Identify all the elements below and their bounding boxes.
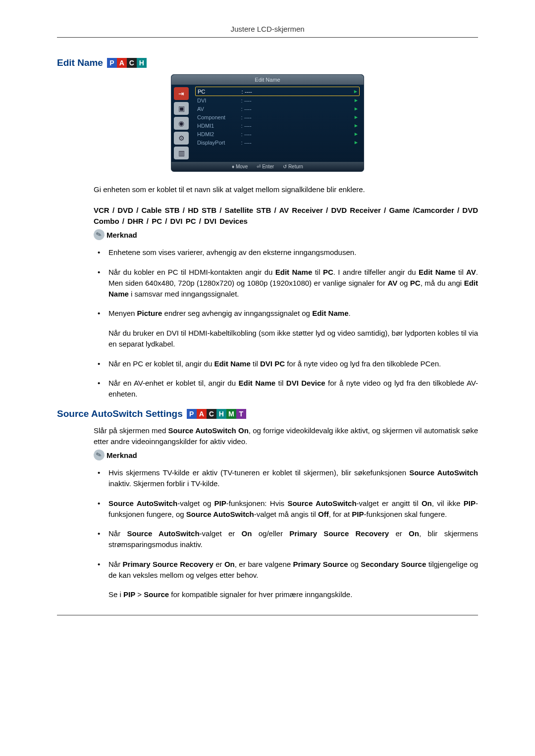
osd-row-value: ----	[244, 106, 355, 112]
t: Edit Name	[312, 309, 348, 317]
t: til	[275, 379, 286, 387]
t: Se i	[108, 590, 123, 599]
t: -valget må angis til	[254, 510, 318, 518]
osd-title: Edit Name	[171, 75, 364, 85]
t: Source AutoSwitch	[127, 529, 199, 538]
t: PIP	[464, 499, 476, 507]
osd-row-value: ----	[244, 140, 355, 146]
t: PC	[323, 268, 333, 276]
t: Når	[108, 560, 123, 568]
t: inaktiv. Skjermen forblir i TV-kilde.	[108, 479, 220, 488]
osd-row-sep: :	[239, 123, 244, 129]
t: -valget er	[200, 529, 242, 538]
t: Source AutoSwitch On	[168, 426, 249, 435]
bullet-text: Enhetene som vises varierer, avhengig av…	[108, 248, 356, 256]
note-icon: ✎	[93, 449, 106, 462]
t: Secondary Source	[361, 560, 426, 568]
t: On	[242, 529, 252, 538]
osd-row-label: Component	[197, 114, 239, 120]
osd-icon-input: ⇥	[174, 87, 189, 100]
osd-footer-enter: ⏎ Enter	[257, 164, 274, 169]
osd-row-sep: :	[239, 114, 244, 120]
t: og	[348, 560, 361, 568]
autoswitch-bullets: Hvis skjermens TV-kilde er aktiv (TV-tun…	[94, 467, 478, 600]
edit-name-intro: Gi enheten som er koblet til et navn sli…	[94, 184, 478, 195]
osd-row-label: PC	[198, 89, 240, 95]
t: -valget er angitt til	[357, 499, 422, 507]
osd-icon-setup: ⚙	[174, 132, 189, 145]
t: Slår på skjermen med	[94, 426, 168, 435]
t: i samsvar med inngangssignalet.	[129, 290, 239, 298]
t: Picture	[137, 309, 162, 317]
arrow-right-icon: ▸	[355, 122, 358, 129]
t: DVI Device	[286, 379, 325, 387]
osd-row-pc: PC : ---- ▸	[195, 87, 360, 96]
t: On	[224, 560, 235, 568]
osd-list: PC : ---- ▸ DVI : ---- ▸ AV : ---- ▸	[191, 85, 364, 162]
osd-row-av: AV : ---- ▸	[195, 104, 360, 113]
sub-paragraph: Når du bruker en DVI til HDMI-kabeltilko…	[108, 328, 478, 350]
badge-m: M	[226, 409, 236, 419]
note-label: Merknad	[107, 231, 137, 239]
osd-row-value: ----	[244, 123, 355, 129]
note-row: ✎ Merknad	[94, 229, 478, 240]
osd-footer-move-text: Move	[236, 164, 248, 169]
osd-row-sep: :	[239, 131, 244, 137]
t: DVI PC	[260, 359, 285, 368]
t: .	[348, 309, 350, 317]
t: >	[135, 590, 144, 599]
osd-row-sep: :	[239, 140, 244, 146]
note-label: Merknad	[107, 451, 137, 459]
badge-h: H	[137, 58, 147, 68]
osd-screenshot: Edit Name ⇥ ▣ ◉ ⚙ ▥ PC : ---- ▸ DVI :	[57, 74, 478, 172]
t: Source AutoSwitch	[186, 510, 254, 518]
t: Når du kobler en PC til HDMI-kontakten a…	[108, 268, 275, 276]
t: til	[251, 359, 260, 368]
osd-row-label: AV	[197, 106, 239, 112]
list-item: Når en PC er koblet til, angir du Edit N…	[94, 358, 478, 369]
osd-row-component: Component : ---- ▸	[195, 113, 360, 121]
osd-row-label: DisplayPort	[197, 140, 239, 146]
badge-t: T	[236, 409, 246, 419]
t: , må du angi	[421, 279, 464, 287]
t: Edit Name	[419, 268, 456, 276]
t: -valget og	[177, 499, 214, 507]
t: for å nyte video og lyd fra den tilkoble…	[285, 359, 441, 368]
osd-row-value: ----	[245, 89, 354, 95]
osd-sidebar-icons: ⇥ ▣ ◉ ⚙ ▥	[171, 85, 191, 162]
osd-row-hdmi1: HDMI1 : ---- ▸	[195, 121, 360, 130]
badge-row: P A C H	[107, 58, 147, 68]
t: Når en PC er koblet til, angir du	[108, 359, 214, 368]
t: , for at	[329, 510, 352, 518]
list-item: Når du kobler en PC til HDMI-kontakten a…	[94, 267, 478, 299]
badge-c: C	[207, 409, 216, 419]
osd-panel: Edit Name ⇥ ▣ ◉ ⚙ ▥ PC : ---- ▸ DVI :	[171, 74, 364, 172]
osd-row-label: DVI	[197, 98, 239, 103]
note-row: ✎ Merknad	[94, 450, 478, 460]
t: AV	[466, 268, 476, 276]
t: PIP	[352, 510, 364, 518]
osd-row-value: ----	[244, 114, 355, 120]
osd-footer-move: ♦ Move	[232, 164, 248, 169]
t: Hvis skjermens TV-kilde er aktiv (TV-tun…	[108, 468, 409, 477]
t: Source AutoSwitch	[287, 499, 356, 507]
list-item: Når Primary Source Recovery er On, er ba…	[94, 559, 478, 600]
t: Primary Source Recovery	[289, 529, 389, 538]
badge-p: P	[107, 58, 117, 68]
edit-name-heading-text: Edit Name	[57, 57, 103, 68]
arrow-right-icon: ▸	[354, 88, 357, 95]
t: er	[214, 560, 224, 568]
t: endrer seg avhengig av inngangssignalet …	[162, 309, 312, 317]
osd-footer-return: ↺ Return	[283, 164, 303, 169]
sub-paragraph: Se i PIP > Source for kompatible signale…	[108, 589, 478, 600]
section-autoswitch-heading: Source AutoSwitch Settings P A C H M T	[57, 408, 478, 419]
t: On	[422, 499, 432, 507]
t: til	[312, 268, 323, 276]
t: og	[397, 279, 410, 287]
t: Source AutoSwitch	[409, 468, 478, 477]
badge-h: H	[216, 409, 226, 419]
list-item: Enhetene som vises varierer, avhengig av…	[94, 247, 478, 258]
osd-row-sep: :	[240, 89, 245, 95]
osd-row-displayport: DisplayPort : ---- ▸	[195, 138, 360, 147]
edit-name-options: VCR / DVD / Cable STB / HD STB / Satelli…	[94, 205, 478, 227]
